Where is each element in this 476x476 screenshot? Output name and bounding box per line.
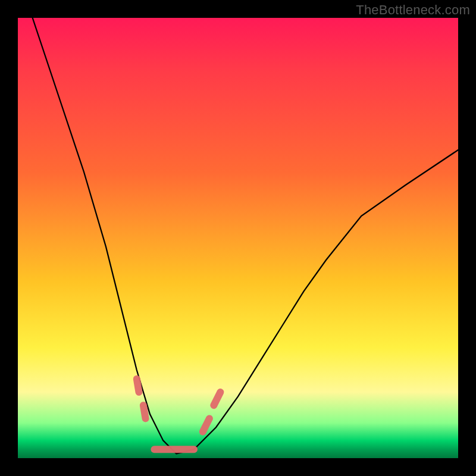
valley-marker-segment	[143, 405, 146, 418]
watermark-text: TheBottleneck.com	[356, 2, 470, 18]
plot-area	[18, 18, 458, 458]
chart-svg	[18, 18, 458, 458]
valley-marker-segment	[137, 379, 139, 392]
chart-frame: TheBottleneck.com	[0, 0, 476, 476]
valley-marker-segment	[214, 392, 220, 405]
valley-marker-segment	[203, 418, 209, 431]
bottleneck-curve	[18, 0, 458, 454]
